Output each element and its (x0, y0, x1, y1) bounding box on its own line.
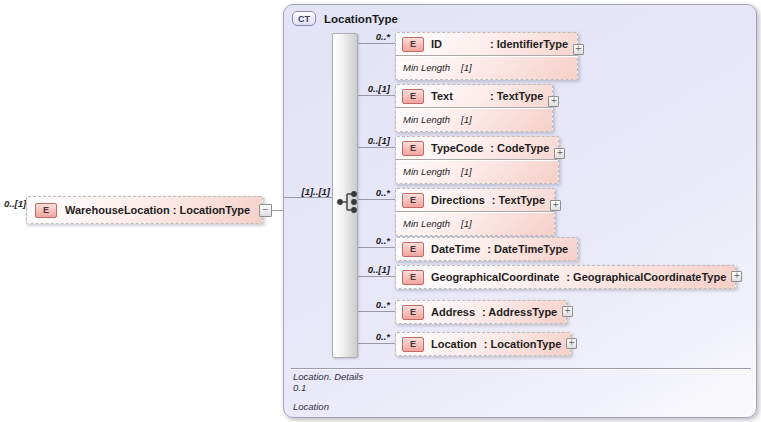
element-badge-icon: E (402, 89, 424, 104)
element-address[interactable]: E Address : AddressType + (395, 300, 567, 324)
expand-toggle-icon[interactable]: + (550, 200, 561, 211)
complextype-badge-icon: CT (292, 11, 316, 26)
footer-details: Location. Details (293, 371, 363, 382)
expand-toggle-icon[interactable]: + (548, 96, 559, 107)
cardinality-label: 0..[1] (342, 83, 390, 94)
cardinality-label: 0..* (342, 299, 390, 310)
facet-row: Min Length [1] (396, 55, 577, 79)
connector-line (358, 311, 395, 312)
root-element-label: WarehouseLocation : LocationType (65, 204, 250, 216)
facet-name: Min Length (403, 62, 461, 73)
facet-name: Min Length (403, 218, 461, 229)
element-name: TypeCode (431, 142, 483, 154)
expand-toggle-icon[interactable]: + (731, 271, 742, 282)
element-type: : AddressType (482, 306, 557, 318)
connector-line (358, 43, 395, 44)
connector-line (358, 343, 395, 344)
connector-line (358, 95, 395, 96)
footer-divider (291, 368, 751, 369)
element-badge-icon: E (35, 203, 57, 218)
element-type: : TextType (490, 90, 543, 102)
element-type: : CodeType (490, 142, 549, 154)
element-warehouselocation[interactable]: E WarehouseLocation : LocationType (26, 196, 263, 224)
element-type: : DateTimeType (487, 243, 568, 255)
element-badge-icon: E (402, 242, 424, 257)
element-name: Directions (431, 194, 485, 206)
element-location[interactable]: E Location : LocationType + (395, 332, 571, 356)
element-badge-icon: E (402, 337, 424, 352)
panel-header: CT LocationType (292, 11, 398, 26)
element-type: : LocationType (484, 338, 561, 350)
element-badge-icon: E (402, 305, 424, 320)
element-name: Location (431, 338, 477, 350)
facet-name: Min Length (403, 114, 461, 125)
element-name: Text (431, 90, 483, 102)
facet-value: [1] (461, 62, 472, 73)
facet-value: [1] (461, 114, 472, 125)
cardinality-label: 0..* (342, 187, 390, 198)
element-name: DateTime (431, 243, 480, 255)
facet-name: Min Length (403, 166, 461, 177)
cardinality-label: 0..[1] (342, 264, 390, 275)
element-name: ID (431, 38, 483, 50)
facet-row: Min Length [1] (396, 211, 554, 235)
connector-line (272, 210, 283, 211)
element-typecode[interactable]: E TypeCode : CodeType Min Length [1] + (395, 136, 559, 184)
element-badge-icon: E (402, 37, 424, 52)
element-datetime[interactable]: E DateTime : DateTimeType (395, 237, 578, 261)
connector-line (358, 199, 395, 200)
connector-line (358, 276, 395, 277)
expand-toggle-icon[interactable]: + (573, 44, 584, 55)
element-text[interactable]: E Text : TextType Min Length [1] + (395, 84, 553, 132)
panel-title: LocationType (324, 13, 398, 25)
element-badge-icon: E (402, 141, 424, 156)
cardinality-label: 0..* (342, 331, 390, 342)
expand-toggle-icon[interactable]: + (562, 306, 573, 317)
connector-line (284, 197, 332, 198)
complextype-panel-locationtype: CT LocationType [1]..[1] 0..* E (283, 4, 757, 418)
collapse-toggle-icon[interactable]: − (259, 204, 272, 217)
connector-line (358, 147, 395, 148)
footer-name: Location (293, 401, 329, 412)
expand-toggle-icon[interactable]: + (566, 338, 577, 349)
schema-diagram-canvas: 0..[1] E WarehouseLocation : LocationTyp… (0, 0, 761, 422)
facet-row: Min Length [1] (396, 107, 552, 131)
expand-toggle-icon[interactable]: + (554, 148, 565, 159)
cardinality-label: 0..[1] (342, 135, 390, 146)
element-directions[interactable]: E Directions : TextType Min Length [1] + (395, 188, 555, 236)
element-type: : GeographicalCoordinateType (566, 271, 726, 283)
cardinality-label: 0..* (342, 235, 390, 246)
root-cardinality-label: 0..[1] (4, 198, 26, 209)
element-name: GeographicalCoordinate (431, 271, 559, 283)
footer-range: 0.1 (293, 382, 306, 393)
element-badge-icon: E (402, 270, 424, 285)
element-geographicalcoordinate[interactable]: E GeographicalCoordinate : GeographicalC… (395, 265, 736, 289)
element-name: Address (431, 306, 475, 318)
connector-line (358, 247, 395, 248)
element-badge-icon: E (402, 193, 424, 208)
facet-value: [1] (461, 166, 472, 177)
facet-value: [1] (461, 218, 472, 229)
element-type: : IdentifierType (490, 38, 568, 50)
compositor-cardinality-label: [1]..[1] (296, 186, 330, 197)
element-id[interactable]: E ID : IdentifierType Min Length [1] + (395, 32, 578, 80)
element-type: : TextType (492, 194, 545, 206)
facet-row: Min Length [1] (396, 159, 558, 183)
cardinality-label: 0..* (342, 31, 390, 42)
